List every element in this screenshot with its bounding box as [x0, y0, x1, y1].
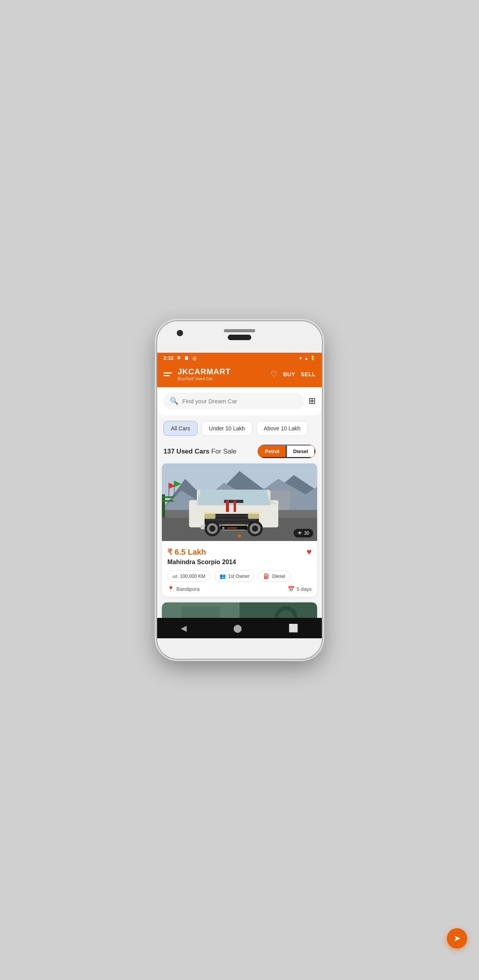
- eye-icon: 👁: [298, 530, 302, 536]
- app-header: JKCARMART Buy/Sell Used Car ♡ BUY SELL: [157, 363, 322, 387]
- results-count: 137 Used Cars For Sale: [163, 448, 236, 455]
- speedometer-icon: 🏎: [172, 573, 178, 579]
- spec-chip-km: 🏎 100,000 KM: [167, 570, 210, 582]
- filter-tab-under-10[interactable]: Under 10 Lakh: [201, 421, 252, 436]
- face-id-sensor: [228, 335, 251, 340]
- header-right: ♡ BUY SELL: [270, 370, 316, 379]
- spec-owner: 1st Owner: [228, 574, 250, 579]
- hamburger-line-1: [163, 372, 172, 373]
- phone-frame: 2:32 ⚙ 📋 @ ▼ ▲ 🔋 JKCARMART Buy/Sell U: [157, 321, 322, 659]
- battery-icon: 🔋: [310, 355, 316, 361]
- back-button[interactable]: ◀: [173, 620, 194, 636]
- top-bezel: [157, 321, 322, 353]
- grid-view-icon[interactable]: ⊞: [308, 396, 316, 406]
- spec-fuel: Diesel: [272, 574, 285, 579]
- filter-tab-all-cars[interactable]: All Cars: [163, 421, 198, 436]
- car-price-row: ₹ 6.5 Lakh ♥: [167, 547, 312, 557]
- view-count: 👁 30: [294, 529, 313, 537]
- car-scene-svg: jk carmart: [162, 463, 317, 541]
- search-input[interactable]: [182, 398, 298, 404]
- svg-text:jk: jk: [222, 526, 225, 530]
- search-bar[interactable]: 🔍: [163, 393, 304, 409]
- front-camera: [177, 330, 183, 336]
- speaker: [224, 329, 255, 332]
- signal-icon: ▲: [304, 356, 308, 361]
- svg-text:carmart: carmart: [227, 526, 237, 529]
- count-suffix: For Sale: [211, 448, 236, 455]
- fuel-pump-icon: ⛽: [263, 573, 270, 579]
- owner-icon: 👥: [220, 573, 226, 579]
- count-label: Used Cars: [176, 448, 209, 455]
- search-section: 🔍 ⊞: [157, 387, 322, 415]
- spec-chip-fuel: ⛽ Diesel: [258, 570, 290, 582]
- at-icon: @: [192, 356, 197, 361]
- svg-point-31: [209, 525, 216, 532]
- status-bar: 2:32 ⚙ 📋 @ ▼ ▲ 🔋: [157, 353, 322, 363]
- preview-car-svg: [162, 602, 317, 618]
- svg-rect-24: [204, 512, 216, 519]
- hamburger-line-2: [163, 375, 170, 376]
- app-name: JKCARMART: [178, 367, 231, 376]
- main-content[interactable]: 🔍 ⊞ All Cars Under 10 Lakh Above 10 Lakh: [157, 387, 322, 618]
- sell-nav-button[interactable]: SELL: [301, 371, 316, 377]
- date-item: 📅 5 days: [288, 586, 312, 592]
- phone-screen: 2:32 ⚙ 📋 @ ▼ ▲ 🔋 JKCARMART Buy/Sell U: [157, 353, 322, 638]
- app-tagline: Buy/Sell Used Car: [178, 376, 231, 381]
- results-header: 137 Used Cars For Sale Petrol Diesel: [157, 441, 322, 463]
- car-image-container: jk carmart 👁 30: [162, 463, 317, 541]
- location-text: Bandipora: [176, 586, 200, 592]
- bottom-nav: ◀ ⬤ ⬜: [157, 618, 322, 638]
- fuel-toggle: Petrol Diesel: [258, 444, 316, 458]
- time-display: 2:32: [163, 355, 174, 361]
- carousel-dot: [238, 534, 241, 537]
- svg-rect-9: [162, 496, 174, 498]
- count-number: 137: [163, 448, 174, 455]
- calendar-icon: 📅: [288, 586, 294, 592]
- car-card-preview[interactable]: [162, 602, 317, 618]
- car-price: ₹ 6.5 Lakh: [167, 547, 206, 557]
- status-left: 2:32 ⚙ 📋 @: [163, 355, 197, 361]
- car-info: ₹ 6.5 Lakh ♥ Mahindra Scorpio 2014 🏎 100…: [162, 541, 317, 597]
- svg-rect-25: [248, 512, 260, 519]
- spec-km: 100,000 KM: [180, 574, 205, 579]
- listed-text: 5 days: [297, 586, 312, 592]
- bottom-bezel: [157, 638, 322, 659]
- car-card-1[interactable]: jk carmart 👁 30 ₹ 6.5 Lakh ♥: [162, 463, 317, 597]
- filter-tab-above-10[interactable]: Above 10 Lakh: [256, 421, 308, 436]
- search-icon: 🔍: [170, 397, 178, 405]
- header-left: JKCARMART Buy/Sell Used Car: [163, 367, 231, 381]
- car-location-row: 📍 Bandipora 📅 5 days: [167, 586, 312, 592]
- spec-chip-owner: 👥 1st Owner: [214, 570, 255, 582]
- svg-rect-28: [234, 500, 236, 512]
- recents-button[interactable]: ⬜: [281, 620, 306, 636]
- filter-tabs: All Cars Under 10 Lakh Above 10 Lakh: [157, 415, 322, 441]
- favorite-button[interactable]: ♥: [307, 547, 312, 557]
- status-right: ▼ ▲ 🔋: [298, 355, 316, 361]
- svg-rect-27: [226, 500, 229, 512]
- location-pin-icon: 📍: [167, 586, 174, 592]
- diesel-button[interactable]: Diesel: [287, 445, 315, 458]
- svg-rect-42: [181, 606, 220, 618]
- svg-point-34: [252, 525, 258, 532]
- location-item: 📍 Bandipora: [167, 586, 200, 592]
- car-specs-row: 🏎 100,000 KM 👥 1st Owner ⛽ Diesel: [167, 570, 312, 582]
- hamburger-menu-icon[interactable]: [163, 372, 172, 376]
- buy-nav-button[interactable]: BUY: [283, 371, 295, 377]
- petrol-button[interactable]: Petrol: [258, 445, 287, 458]
- home-button[interactable]: ⬤: [225, 620, 250, 636]
- wishlist-icon[interactable]: ♡: [270, 370, 278, 379]
- car-name: Mahindra Scorpio 2014: [167, 559, 312, 566]
- clipboard-icon: 📋: [184, 355, 189, 361]
- settings-icon: ⚙: [177, 355, 181, 361]
- svg-rect-10: [162, 500, 174, 502]
- wifi-icon: ▼: [298, 356, 303, 361]
- app-title-block: JKCARMART Buy/Sell Used Car: [178, 367, 231, 381]
- view-number: 30: [304, 530, 309, 536]
